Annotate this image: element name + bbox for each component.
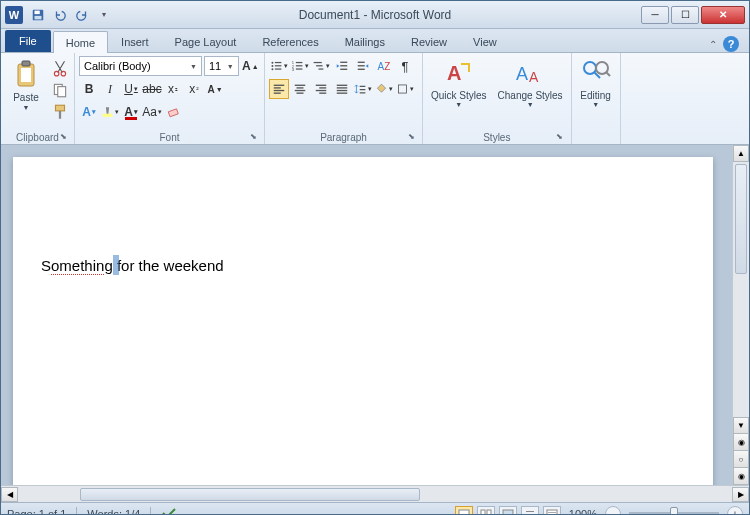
qat-customize-icon[interactable]: ▾	[95, 6, 113, 24]
tab-view[interactable]: View	[460, 30, 510, 52]
highlight-icon[interactable]: ▾	[100, 102, 120, 122]
chevron-down-icon: ▼	[455, 101, 462, 108]
scroll-left-icon[interactable]: ◀	[1, 487, 18, 502]
scroll-down-icon[interactable]: ▼	[733, 417, 749, 434]
tab-review[interactable]: Review	[398, 30, 460, 52]
show-marks-icon[interactable]: ¶	[395, 56, 415, 76]
zoom-knob[interactable]	[670, 507, 678, 516]
font-color-icon[interactable]: A▾	[121, 102, 141, 122]
window-title: Document1 - Microsoft Word	[299, 8, 452, 22]
align-center-icon[interactable]	[290, 79, 310, 99]
sort-icon[interactable]: AZ	[374, 56, 394, 76]
copy-icon[interactable]	[50, 80, 70, 100]
page[interactable]: Something for the weekend	[13, 157, 713, 485]
print-layout-view-icon[interactable]	[455, 506, 473, 516]
paragraph-label: Paragraph	[320, 132, 367, 143]
line-spacing-icon[interactable]: ▾	[353, 79, 373, 99]
align-left-icon[interactable]	[269, 79, 289, 99]
draft-view-icon[interactable]	[543, 506, 561, 516]
scroll-up-icon[interactable]: ▲	[733, 145, 749, 162]
shrink-font-icon[interactable]: A▼	[205, 79, 225, 99]
font-size-combo[interactable]: 11▼	[204, 56, 239, 76]
paste-button[interactable]: Paste ▼	[5, 56, 47, 131]
svg-rect-48	[337, 87, 348, 88]
vertical-scrollbar[interactable]: ▲ ▼ ◉ ○ ◉	[732, 145, 749, 485]
borders-icon[interactable]: ▾	[395, 79, 415, 99]
text-effects-icon[interactable]: A▾	[79, 102, 99, 122]
superscript-button[interactable]: x²	[184, 79, 204, 99]
zoom-slider[interactable]	[629, 512, 719, 516]
underline-button[interactable]: U▾	[121, 79, 141, 99]
numbering-icon[interactable]: 123▾	[290, 56, 310, 76]
scroll-thumb-h[interactable]	[80, 488, 420, 501]
cut-icon[interactable]	[50, 58, 70, 78]
styles-label: Styles	[483, 132, 510, 143]
quick-styles-button[interactable]: A Quick Styles▼	[427, 56, 491, 131]
redo-icon[interactable]	[73, 6, 91, 24]
browse-object-icon[interactable]: ○	[733, 451, 749, 468]
proofing-icon[interactable]	[161, 506, 177, 516]
fullscreen-reading-view-icon[interactable]	[477, 506, 495, 516]
page-status[interactable]: Page: 1 of 1	[7, 508, 66, 516]
minimize-ribbon-icon[interactable]: ⌃	[709, 39, 717, 50]
styles-launcher-icon[interactable]: ⬊	[555, 132, 565, 142]
multilevel-list-icon[interactable]: ▾	[311, 56, 331, 76]
page-scroll-area[interactable]: Something for the weekend	[1, 145, 732, 485]
ribbon: Paste ▼ Clipboard⬊ Calibri (Body)▼ 11▼ A…	[1, 53, 749, 145]
document-text[interactable]: Something for the weekend	[41, 257, 224, 275]
scroll-right-icon[interactable]: ▶	[732, 487, 749, 502]
subscript-button[interactable]: x₂	[163, 79, 183, 99]
zoom-out-button[interactable]: −	[605, 506, 621, 516]
font-launcher-icon[interactable]: ⬊	[248, 132, 258, 142]
tab-page-layout[interactable]: Page Layout	[162, 30, 250, 52]
web-layout-view-icon[interactable]	[499, 506, 517, 516]
justify-icon[interactable]	[332, 79, 352, 99]
shading-icon[interactable]: ▾	[374, 79, 394, 99]
save-icon[interactable]	[29, 6, 47, 24]
decrease-indent-icon[interactable]	[332, 56, 352, 76]
svg-rect-46	[319, 93, 326, 94]
italic-button[interactable]: I	[100, 79, 120, 99]
align-right-icon[interactable]	[311, 79, 331, 99]
next-page-icon[interactable]: ◉	[733, 468, 749, 485]
strikethrough-button[interactable]: abc	[142, 79, 162, 99]
svg-rect-4	[22, 61, 30, 66]
help-icon[interactable]: ?	[723, 36, 739, 52]
change-case-icon[interactable]: Aa▾	[142, 102, 162, 122]
undo-icon[interactable]	[51, 6, 69, 24]
zoom-in-button[interactable]: +	[727, 506, 743, 516]
svg-rect-9	[58, 87, 66, 97]
zoom-level[interactable]: 100%	[569, 508, 597, 516]
increase-indent-icon[interactable]	[353, 56, 373, 76]
minimize-button[interactable]: ─	[641, 6, 669, 24]
format-painter-icon[interactable]	[50, 102, 70, 122]
document-area: Something for the weekend ▲ ▼ ◉ ○ ◉	[1, 145, 749, 485]
clear-formatting-icon[interactable]	[163, 102, 183, 122]
tab-mailings[interactable]: Mailings	[332, 30, 398, 52]
svg-rect-61	[481, 510, 485, 516]
maximize-button[interactable]: ☐	[671, 6, 699, 24]
bullets-icon[interactable]: ▾	[269, 56, 289, 76]
clipboard-launcher-icon[interactable]: ⬊	[58, 132, 68, 142]
grow-font-icon[interactable]: A▲	[241, 56, 260, 76]
outline-view-icon[interactable]	[521, 506, 539, 516]
scroll-thumb[interactable]	[735, 164, 747, 274]
horizontal-scrollbar[interactable]: ◀ ▶	[1, 485, 749, 502]
font-name-combo[interactable]: Calibri (Body)▼	[79, 56, 202, 76]
svg-rect-34	[358, 69, 365, 70]
bold-button[interactable]: B	[79, 79, 99, 99]
prev-page-icon[interactable]: ◉	[733, 434, 749, 451]
tab-references[interactable]: References	[249, 30, 331, 52]
paragraph-launcher-icon[interactable]: ⬊	[406, 132, 416, 142]
tab-home[interactable]: Home	[53, 31, 108, 53]
editing-button[interactable]: Editing▼	[576, 56, 616, 131]
change-styles-button[interactable]: AA Change Styles▼	[494, 56, 567, 131]
word-count[interactable]: Words: 1/4	[87, 508, 140, 516]
svg-rect-15	[275, 62, 282, 63]
close-button[interactable]: ✕	[701, 6, 745, 24]
svg-rect-60	[459, 510, 469, 516]
file-tab[interactable]: File	[5, 30, 51, 52]
chevron-down-icon: ▼	[227, 63, 234, 70]
svg-rect-37	[274, 90, 285, 91]
tab-insert[interactable]: Insert	[108, 30, 162, 52]
